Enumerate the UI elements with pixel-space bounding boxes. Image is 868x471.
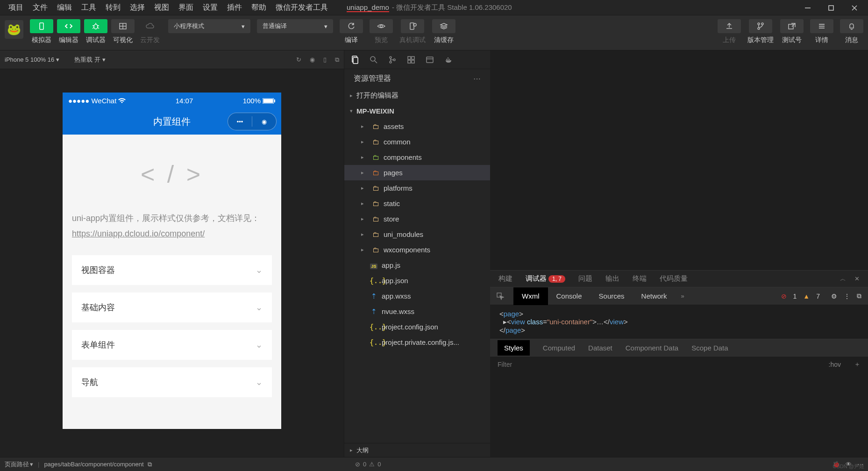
tree-folder-components[interactable]: ▸🗀components <box>344 150 490 165</box>
上传-button[interactable] <box>718 19 741 33</box>
menu-界面[interactable]: 界面 <box>174 0 198 15</box>
window-close-button[interactable] <box>843 0 866 15</box>
extensions-icon[interactable] <box>407 56 415 64</box>
styles-panel: StylesComputedDatasetComponent DataScope… <box>490 339 868 372</box>
capsule-menu-button[interactable]: ••• <box>228 118 252 125</box>
mode-select[interactable]: 小程序模式 ▾ <box>168 19 250 33</box>
编译-button[interactable] <box>340 19 363 33</box>
close-icon[interactable]: ✕ <box>854 275 860 282</box>
tree-folder-store[interactable]: ▸🗀store <box>344 211 490 227</box>
devtools-tab-调试器[interactable]: 调试器1, 7 <box>526 274 565 283</box>
list-item[interactable]: 视图容器⌄ <box>72 255 272 285</box>
preview-icon[interactable] <box>426 56 434 64</box>
编辑器-label: 编辑器 <box>59 36 78 44</box>
版本管理-button[interactable] <box>749 19 772 33</box>
menu-设置[interactable]: 设置 <box>198 0 222 15</box>
gear-icon[interactable]: ⚙ <box>831 293 837 300</box>
menu-转到[interactable]: 转到 <box>101 0 125 15</box>
tree-section-open-editors[interactable]: ▸打开的编辑器 <box>344 88 490 103</box>
explorer-icon[interactable] <box>351 56 359 64</box>
compile-mode-select[interactable]: 普通编译 ▾ <box>257 19 333 33</box>
hov-toggle[interactable]: :hov <box>829 361 841 368</box>
真机调试-button[interactable] <box>401 19 424 33</box>
devtools-tab-输出[interactable]: 输出 <box>605 274 619 283</box>
menu-视图[interactable]: 视图 <box>149 0 174 15</box>
tree-file-project.private.config.js...[interactable]: {..}project.private.config.js... <box>344 335 490 350</box>
window-maximize-button[interactable] <box>819 0 843 15</box>
详情-button[interactable] <box>810 19 833 33</box>
more-icon[interactable]: ⋯ <box>473 74 481 83</box>
可视化-button[interactable] <box>111 19 135 33</box>
预览-button[interactable] <box>370 19 393 33</box>
sub-tab-Network[interactable]: Network <box>633 287 676 305</box>
devtools-tab-代码质量[interactable]: 代码质量 <box>660 274 688 283</box>
search-icon[interactable] <box>370 56 378 64</box>
menu-插件[interactable]: 插件 <box>222 0 247 15</box>
style-tab-Dataset[interactable]: Dataset <box>588 344 612 352</box>
tree-file-app.wxss[interactable]: ⇡app.wxss <box>344 288 490 304</box>
tree-folder-assets[interactable]: ▸🗀assets <box>344 119 490 134</box>
device-icon[interactable]: ▯ <box>323 56 327 64</box>
chevron-up-icon[interactable]: ︿ <box>840 275 846 283</box>
add-style-icon[interactable]: ＋ <box>854 360 861 369</box>
tree-folder-common[interactable]: ▸🗀common <box>344 134 490 150</box>
scm-icon[interactable] <box>388 56 397 64</box>
tree-folder-pages[interactable]: ▸🗀pages <box>344 165 490 180</box>
style-tab-Styles[interactable]: Styles <box>498 340 530 356</box>
target-icon[interactable]: ◉ <box>310 56 315 64</box>
copy-icon[interactable]: ⧉ <box>148 461 152 468</box>
devtools-tab-终端[interactable]: 终端 <box>633 274 647 283</box>
dock-icon[interactable]: ⧉ <box>857 292 861 300</box>
tree-folder-platforms[interactable]: ▸🗀platforms <box>344 180 490 196</box>
style-tab-Scope Data[interactable]: Scope Data <box>691 344 728 352</box>
tree-section-outline[interactable]: ▸大纲 <box>344 443 490 457</box>
调试器-button[interactable] <box>84 19 107 33</box>
device-select[interactable]: iPhone 5 100% 16▾ <box>5 56 59 63</box>
tree-file-app.json[interactable]: {..}app.json <box>344 273 490 288</box>
multi-window-icon[interactable]: ⧉ <box>335 56 339 64</box>
menu-文件[interactable]: 文件 <box>28 0 52 15</box>
devtools-tab-问题[interactable]: 问题 <box>578 274 592 283</box>
menu-工具[interactable]: 工具 <box>77 0 101 15</box>
hot-reload-select[interactable]: 热重载 开▾ <box>74 56 106 64</box>
menu-帮助[interactable]: 帮助 <box>247 0 271 15</box>
sub-tab-Sources[interactable]: Sources <box>591 287 633 305</box>
tree-folder-static[interactable]: ▸🗀static <box>344 196 490 211</box>
模拟器-button[interactable] <box>30 19 53 33</box>
sub-tab-Wxml[interactable]: Wxml <box>513 287 548 305</box>
tree-file-project.config.json[interactable]: {..}project.config.json <box>344 319 490 335</box>
docker-icon[interactable] <box>444 56 453 64</box>
dom-tree[interactable]: <page> ▸<view class="uni-container">…</v… <box>490 305 868 339</box>
page-path-label[interactable]: 页面路径 <box>5 460 29 469</box>
编辑器-button[interactable] <box>57 19 80 33</box>
云开发-button[interactable] <box>138 19 162 33</box>
window-minimize-button[interactable] <box>796 0 819 15</box>
list-item[interactable]: 基础内容⌄ <box>72 293 272 322</box>
tree-file-nvue.wxss[interactable]: ⇡nvue.wxss <box>344 304 490 319</box>
more-tabs-icon[interactable]: » <box>681 293 684 300</box>
list-item[interactable]: 导航⌄ <box>72 367 272 397</box>
tree-section-root[interactable]: ▾MP-WEIXIN <box>344 103 490 119</box>
style-tab-Computed[interactable]: Computed <box>543 344 575 352</box>
测试号-button[interactable] <box>780 19 804 33</box>
refresh-icon[interactable]: ↻ <box>296 56 301 64</box>
清缓存-button[interactable] <box>432 19 455 33</box>
menu-微信开发者工具[interactable]: 微信开发者工具 <box>271 0 333 15</box>
menu-项目[interactable]: 项目 <box>4 0 28 15</box>
消息-button[interactable] <box>840 19 863 33</box>
list-item[interactable]: 表单组件⌄ <box>72 330 272 360</box>
page-link[interactable]: https://uniapp.dcloud.io/component/ <box>72 229 272 239</box>
devtools-tab-构建[interactable]: 构建 <box>498 274 512 283</box>
kebab-icon[interactable]: ⋮ <box>844 293 850 300</box>
menu-编辑[interactable]: 编辑 <box>52 0 77 15</box>
capsule-close-button[interactable]: ◉ <box>252 118 276 125</box>
tree-folder-wxcomponents[interactable]: ▸🗀wxcomponents <box>344 242 490 257</box>
inspect-element-icon[interactable] <box>497 293 510 300</box>
sub-tab-Console[interactable]: Console <box>548 287 591 305</box>
menu-选择[interactable]: 选择 <box>125 0 149 15</box>
tree-file-app.js[interactable]: JSapp.js <box>344 257 490 273</box>
tree-folder-uni_modules[interactable]: ▸🗀uni_modules <box>344 227 490 242</box>
filter-input[interactable] <box>498 361 591 368</box>
svg-rect-4 <box>40 23 43 29</box>
style-tab-Component Data[interactable]: Component Data <box>626 344 678 352</box>
